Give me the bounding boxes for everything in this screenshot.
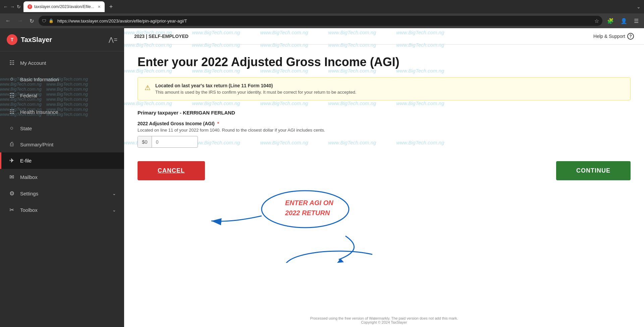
sidebar-item-basic-info[interactable]: ○ Basic Information xyxy=(0,71,124,87)
e-file-icon: ✈ xyxy=(8,157,15,164)
field-label: 2022 Adjusted Gross Income (AGI) * xyxy=(138,121,631,126)
address-bar: ← → ↻ 🛡 🔒 ☆ 🧩 👤 ☰ xyxy=(0,13,644,28)
my-account-icon: ☷ xyxy=(8,59,15,66)
extensions-icon[interactable]: 🧩 xyxy=(605,16,616,26)
help-support-btn[interactable]: Help & Support ? xyxy=(593,33,634,40)
address-container: 🛡 🔒 ☆ xyxy=(39,16,602,26)
main-content: www.BigTech.com.ngwww.BigTech.com.ngwww.… xyxy=(124,28,644,327)
continue-button[interactable]: CONTINUE xyxy=(556,161,631,180)
copyright-text: Copyright © 2024 TaxSlayer xyxy=(124,320,644,324)
federal-icon: ☷ xyxy=(8,92,15,99)
sidebar-nav: ☷ My Account ○ Basic Information ☷ Feder… xyxy=(0,51,124,327)
svg-text:ENTER AGI ON: ENTER AGI ON xyxy=(285,199,333,206)
sidebar-item-state[interactable]: ○ State xyxy=(0,120,124,136)
summary-print-icon: ⎙ xyxy=(8,141,15,148)
sidebar-label-state: State xyxy=(20,126,32,131)
logo-text: TaxSlayer xyxy=(21,36,52,44)
state-icon: ○ xyxy=(8,125,15,132)
sidebar-item-federal[interactable]: ☷ Federal xyxy=(0,87,124,104)
address-input[interactable] xyxy=(39,16,602,26)
new-tab-btn[interactable]: + xyxy=(107,3,115,10)
sidebar-label-my-account: My Account xyxy=(20,60,46,66)
profile-icon[interactable]: 👤 xyxy=(619,16,629,26)
sidebar-label-federal: Federal xyxy=(20,93,37,98)
menu-icon[interactable]: ☰ xyxy=(632,16,641,26)
sidebar-label-health-insurance: Health Insurance xyxy=(20,109,58,115)
reload-btn[interactable]: ↻ xyxy=(17,4,21,9)
tab-expand-icon: ⌄ xyxy=(637,4,641,9)
sidebar-logo: T TaxSlayer xyxy=(7,34,52,45)
content-header: 2023 | SELF-EMPLOYED Help & Support ? xyxy=(124,28,644,45)
agi-input[interactable] xyxy=(152,137,192,147)
sidebar-item-settings[interactable]: ⚙ Settings ⌄ xyxy=(0,185,124,202)
sidebar-item-toolbox[interactable]: ✂ Toolbox ⌄ xyxy=(0,202,124,218)
help-question-icon: ? xyxy=(627,33,634,40)
bookmark-icon[interactable]: ☆ xyxy=(594,18,599,24)
sidebar-item-my-account[interactable]: ☷ My Account xyxy=(0,55,124,71)
agi-input-wrapper: $0 xyxy=(138,136,198,148)
buttons-row: CANCEL CONTINUE xyxy=(138,161,631,180)
sidebar-label-basic-info: Basic Information xyxy=(20,77,59,82)
basic-info-icon: ○ xyxy=(8,76,15,83)
required-asterisk: * xyxy=(217,121,219,126)
sidebar-label-mailbox: Mailbox xyxy=(20,174,38,180)
browser-tab[interactable]: T taxslayer.com/2023/avalon/Efile... ✕ xyxy=(23,1,105,12)
mailbox-icon: ✉ xyxy=(8,174,15,181)
sidebar: T TaxSlayer ⋀= ☷ My Account ○ Basic Info… xyxy=(0,28,124,327)
settings-icon: ⚙ xyxy=(8,190,15,197)
info-box-title: Located on last year's tax return (Line … xyxy=(155,83,356,88)
section-label: Primary taxpayer - KERRIGAN FERLAND xyxy=(138,110,631,115)
back-btn[interactable]: ← xyxy=(3,4,8,9)
toolbar-icons: 🧩 👤 ☰ xyxy=(605,16,641,26)
info-box-description: This amount is used by the IRS to confir… xyxy=(155,90,356,95)
svg-text:2022 RETURN: 2022 RETURN xyxy=(285,209,330,217)
lock-icon: 🔒 xyxy=(49,18,54,23)
tab-close-btn[interactable]: ✕ xyxy=(98,5,101,9)
tab-title: taxslayer.com/2023/avalon/Efile... xyxy=(34,4,94,9)
logo-icon: T xyxy=(7,34,17,45)
tab-bar: ← → ↻ T taxslayer.com/2023/avalon/Efile.… xyxy=(0,0,644,13)
help-support-label: Help & Support xyxy=(593,34,625,39)
footer-watermark-text: Processed using the free version of Wate… xyxy=(124,316,644,320)
nav-forward-btn[interactable]: → xyxy=(15,16,25,25)
forward-btn[interactable]: → xyxy=(10,4,15,9)
sidebar-item-mailbox[interactable]: ✉ Mailbox xyxy=(0,169,124,185)
app-layout: T TaxSlayer ⋀= ☷ My Account ○ Basic Info… xyxy=(0,28,644,327)
page-heading: Enter your 2022 Adjusted Gross Income (A… xyxy=(138,55,631,69)
tab-controls: ← → ↻ xyxy=(3,4,21,9)
svg-point-0 xyxy=(262,191,349,228)
sidebar-item-e-file[interactable]: ✈ E-file xyxy=(0,152,124,169)
toolbox-icon: ✂ xyxy=(8,206,15,214)
nav-back-btn[interactable]: ← xyxy=(3,16,13,25)
sidebar-label-settings: Settings xyxy=(20,191,38,196)
field-hint: Located on line 11 of your 2022 form 104… xyxy=(138,128,631,133)
info-box: ⚠ Located on last year's tax return (Lin… xyxy=(138,77,631,100)
sidebar-label-summary-print: Summary/Print xyxy=(20,142,53,147)
dollar-sign: $0 xyxy=(138,136,152,147)
toolbox-chevron-icon: ⌄ xyxy=(112,207,116,213)
content-body: Enter your 2022 Adjusted Gross Income (A… xyxy=(124,45,644,190)
nav-reload-btn[interactable]: ↻ xyxy=(28,16,36,26)
settings-chevron-icon: ⌄ xyxy=(112,191,116,196)
sidebar-item-summary-print[interactable]: ⎙ Summary/Print xyxy=(0,136,124,152)
cancel-button[interactable]: CANCEL xyxy=(138,161,205,180)
sidebar-toggle-btn[interactable]: ⋀= xyxy=(109,36,117,43)
sidebar-header: T TaxSlayer ⋀= xyxy=(0,28,124,51)
tab-favicon: T xyxy=(28,4,32,9)
warning-icon: ⚠ xyxy=(145,84,151,92)
sidebar-label-e-file: E-file xyxy=(20,158,32,164)
sidebar-item-health-insurance[interactable]: ☷ Health Insurance xyxy=(0,104,124,120)
info-text-block: Located on last year's tax return (Line … xyxy=(155,83,356,95)
browser-chrome: ← → ↻ T taxslayer.com/2023/avalon/Efile.… xyxy=(0,0,644,28)
health-insurance-icon: ☷ xyxy=(8,108,15,115)
content-footer: Processed using the free version of Wate… xyxy=(124,316,644,324)
sidebar-label-toolbox: Toolbox xyxy=(20,207,38,213)
shield-icon: 🛡 xyxy=(42,18,46,24)
svg-point-4 xyxy=(285,251,372,263)
svg-marker-3 xyxy=(337,259,344,263)
year-tag: 2023 | SELF-EMPLOYED xyxy=(134,34,189,39)
